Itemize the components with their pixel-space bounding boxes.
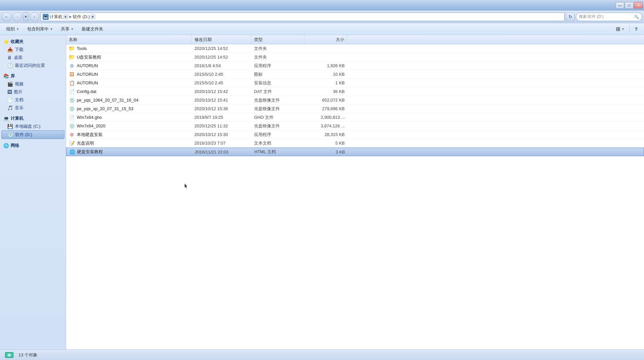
file-list-header: 名称 修改日期 类型 大小	[66, 35, 644, 44]
breadcrumb-drive-dropdown[interactable]: ▶	[91, 15, 95, 19]
status-count: 13 个对象	[19, 352, 37, 358]
file-icon: 📄	[69, 89, 75, 95]
table-row[interactable]: 💿 Win7x64_2020 2020/12/25 11:32 光盘映像文件 3…	[66, 122, 644, 130]
table-row[interactable]: 💿 pe_yqs_xp_20_07_31_15_53 2020/10/12 15…	[66, 105, 644, 113]
file-icon: 📝	[69, 140, 75, 146]
col-header-type[interactable]: 类型	[251, 35, 304, 44]
desktop-icon: 🖥	[7, 55, 12, 60]
sidebar-item-desktop[interactable]: 🖥 桌面	[1, 54, 64, 62]
file-name: 本地硬盘安装	[77, 132, 103, 138]
up-button[interactable]: ↑	[30, 12, 39, 22]
table-row[interactable]: 📁 Tools 2020/12/25 14:52 文件夹	[66, 44, 644, 53]
library-arrow: ▼	[50, 27, 53, 31]
table-row[interactable]: ⚙ 本地硬盘安装 2020/10/12 15:30 应用程序 28,315 KB	[66, 130, 644, 139]
file-type: 安装信息	[251, 80, 304, 86]
file-size: 28,315 KB	[304, 132, 347, 137]
breadcrumb-computer[interactable]: 计算机	[50, 14, 63, 20]
file-type: HTML 文档	[252, 149, 305, 155]
sidebar-section-library: 📚 库 🎬 视频 🖼 图片 📄 文档 🎵 音乐	[1, 72, 64, 112]
file-type: 光盘映像文件	[251, 106, 304, 112]
file-name: pe_yqs_xp_20_07_31_15_53	[77, 106, 133, 111]
sidebar-item-pictures[interactable]: 🖼 图片	[1, 88, 64, 96]
col-header-size[interactable]: 大小	[304, 35, 347, 44]
forward-button[interactable]: →	[13, 12, 22, 22]
maximize-button[interactable]: □	[625, 2, 633, 9]
table-row[interactable]: 📝 光盘说明 2016/10/23 7:07 文本文档 5 KB	[66, 139, 644, 148]
minimize-button[interactable]: —	[616, 2, 624, 9]
table-row[interactable]: 📁 U盘安装教程 2020/12/25 14:52 文件夹	[66, 53, 644, 62]
sidebar-section-favorites-header[interactable]: ⭐ 收藏夹	[1, 38, 64, 46]
breadcrumb-bar[interactable]: 💻 计算机 ▶ ▶ 软件 (D:) ▶	[40, 13, 565, 21]
sidebar-item-video[interactable]: 🎬 视频	[1, 80, 64, 88]
library-label: 包含到库中	[27, 26, 49, 32]
breadcrumb-separator: ▶	[69, 15, 72, 19]
music-icon: 🎵	[7, 105, 13, 111]
breadcrumb-drive-d[interactable]: 软件 (D:)	[73, 14, 90, 20]
file-date: 2020/10/12 15:42	[192, 89, 251, 94]
search-bar[interactable]: 搜索 软件 (D:) 🔍	[576, 13, 642, 21]
col-header-name[interactable]: 名称	[66, 35, 192, 44]
file-date: 2020/12/25 14:52	[192, 55, 251, 60]
table-row[interactable]: 🌐 硬盘安装教程 2016/11/21 22:03 HTML 文档 3 KB	[66, 148, 644, 156]
file-icon: ⚙	[69, 63, 75, 69]
file-name: Win7x64_2020	[77, 123, 106, 128]
library-button[interactable]: 包含到库中 ▼	[23, 24, 57, 34]
breadcrumb-computer-dropdown[interactable]: ▶	[64, 15, 68, 19]
search-icon: 🔍	[634, 15, 639, 19]
file-date: 2015/5/10 2:45	[192, 72, 251, 77]
window-controls: — □ ✕	[616, 2, 643, 9]
title-bar: — □ ✕	[0, 0, 644, 11]
file-icon: 🌐	[69, 149, 75, 155]
organize-button[interactable]: 组织 ▼	[3, 24, 23, 34]
sidebar-item-downloads[interactable]: 📥 下载	[1, 46, 64, 54]
table-row[interactable]: ⚙ AUTORUN 2016/1/8 4:54 应用程序 1,926 KB	[66, 62, 644, 70]
table-row[interactable]: 💿 pe_yqs_1064_20_07_31_16_04 2020/10/12 …	[66, 96, 644, 105]
sidebar-item-music[interactable]: 🎵 音乐	[1, 104, 64, 112]
recent-dropdown-button[interactable]: ▼	[23, 12, 28, 22]
file-name: U盘安装教程	[77, 54, 101, 60]
view-button[interactable]: ⊞ ▼	[612, 24, 628, 34]
sidebar-section-library-header[interactable]: 📚 库	[1, 72, 64, 80]
sidebar-item-drive-c[interactable]: 💾 本地磁盘 (C:)	[1, 122, 64, 130]
drive-c-icon: 💾	[7, 124, 13, 129]
view-arrow: ▼	[622, 27, 624, 31]
file-name: Win7x64.gho	[77, 115, 102, 120]
back-button[interactable]: ←	[2, 12, 11, 22]
sidebar-item-recent[interactable]: 🕐 最近访问的位置	[1, 62, 64, 69]
table-row[interactable]: 📋 AUTORUN 2015/5/10 2:45 安装信息 1 KB	[66, 79, 644, 87]
file-icon: 💿	[69, 106, 75, 112]
drive-d-label: 软件 (D:)	[15, 132, 32, 138]
network-icon: 🌐	[3, 143, 9, 148]
library-section-label: 库	[11, 73, 15, 79]
recent-icon: 🕐	[7, 63, 13, 68]
col-header-date[interactable]: 修改日期	[192, 35, 251, 44]
new-folder-button[interactable]: 新建文件夹	[78, 24, 107, 34]
desktop-label: 桌面	[14, 55, 22, 61]
pictures-icon: 🖼	[7, 89, 12, 95]
file-size: 2,900,813 ...	[304, 115, 347, 120]
help-button[interactable]: ?	[631, 24, 641, 34]
table-row[interactable]: 📄 Config.dat 2020/10/12 15:42 DAT 文件 36 …	[66, 87, 644, 96]
file-date: 2016/10/23 7:07	[192, 141, 251, 146]
file-type: 应用程序	[251, 63, 304, 69]
drive-c-label: 本地磁盘 (C:)	[15, 123, 40, 129]
sidebar-section-computer-header[interactable]: 💻 计算机	[1, 114, 64, 122]
toolbar-sep	[629, 25, 630, 33]
share-button[interactable]: 共享 ▼	[57, 24, 77, 34]
sidebar-section-network-header[interactable]: 🌐 网络	[1, 142, 64, 150]
documents-icon: 📄	[7, 97, 13, 103]
refresh-button[interactable]: ↻	[566, 13, 575, 21]
file-size: 3,874,126 ...	[304, 123, 347, 128]
file-name: pe_yqs_1064_20_07_31_16_04	[77, 98, 139, 103]
view-icon: ⊞	[616, 26, 620, 32]
computer-icon: 💻	[43, 14, 49, 20]
favorites-label: 收藏夹	[11, 39, 23, 45]
table-row[interactable]: 📄 Win7x64.gho 2019/9/7 19:25 GHO 文件 2,90…	[66, 113, 644, 122]
file-name: 硬盘安装教程	[77, 149, 103, 155]
close-button[interactable]: ✕	[634, 2, 643, 9]
sidebar-item-drive-d[interactable]: 💿 软件 (D:)	[1, 130, 64, 139]
sidebar-item-documents[interactable]: 📄 文档	[1, 96, 64, 104]
file-type: 文本文档	[251, 140, 304, 146]
table-row[interactable]: 🖼 AUTORUN 2015/5/10 2:45 图标 10 KB	[66, 70, 644, 79]
favorites-icon: ⭐	[3, 39, 9, 44]
